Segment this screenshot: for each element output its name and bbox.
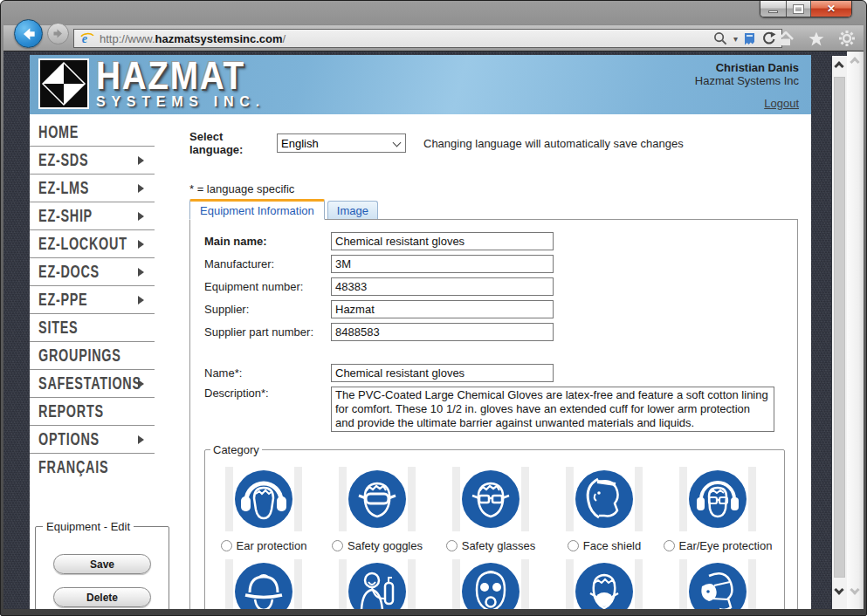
minimize-button[interactable] — [760, 1, 787, 17]
ear-eye-protection-radio[interactable] — [664, 540, 675, 551]
scroll-down-icon[interactable] — [834, 585, 843, 594]
category-fieldset: Category — [204, 443, 785, 609]
description-label: Description*: — [204, 387, 331, 400]
supplier-part-number-input[interactable] — [331, 323, 554, 341]
hazmat-logo: HAZMAT SYSTEMS INC. — [38, 58, 274, 111]
refresh-icon[interactable] — [761, 31, 776, 46]
home-icon[interactable] — [778, 31, 794, 46]
manufacturer-input[interactable] — [331, 255, 554, 273]
ear-protection-icon — [232, 468, 295, 530]
equipment-edit-panel: Equipment - Edit Save Delete — [35, 520, 169, 609]
address-bar[interactable]: e http://www.hazmatsystemsinc.com/ ▾ — [73, 29, 782, 48]
submenu-arrow-icon — [138, 296, 144, 305]
page-scrollbar[interactable] — [831, 56, 847, 609]
scroll-down-icon[interactable] — [850, 585, 859, 594]
manufacturer-label: Manufacturer: — [204, 257, 331, 270]
category-row-2 — [207, 559, 784, 609]
favorites-star-icon[interactable] — [809, 31, 824, 46]
sidebar-item-reports[interactable]: REPORTS — [30, 398, 155, 426]
equipment-number-input[interactable] — [331, 277, 554, 296]
category-row-1: Ear protection — [207, 467, 784, 552]
scba-icon — [346, 560, 409, 609]
language-select[interactable]: English — [277, 133, 406, 153]
submenu-arrow-icon — [138, 435, 144, 444]
maximize-icon — [794, 5, 803, 13]
sidebar-nav: HOME EZ-SDS EZ-LMS EZ-SHIP EZ-LOCKOUT EZ… — [30, 114, 182, 609]
equipment-information-panel: Main name: Manufacturer: Equipment numbe… — [189, 219, 798, 609]
sidebar-item-francais[interactable]: FRANÇAIS — [30, 454, 155, 482]
sidebar-item-ez-ship[interactable]: EZ-SHIP — [30, 202, 155, 230]
category-option-scba — [320, 559, 434, 609]
settings-gear-icon[interactable] — [839, 31, 855, 46]
ear-eye-protection-icon — [686, 468, 749, 530]
submenu-arrow-icon — [138, 184, 144, 193]
scroll-up-icon[interactable] — [850, 57, 859, 66]
main-name-label: Main name: — [204, 235, 331, 248]
sidebar-item-ez-ppe[interactable]: EZ-PPE — [30, 286, 155, 314]
minimize-icon — [768, 10, 778, 13]
compatibility-view-icon[interactable] — [744, 32, 755, 45]
sidebar-item-home[interactable]: HOME — [30, 119, 155, 147]
safety-goggles-icon — [346, 468, 409, 530]
back-arrow-icon — [20, 25, 38, 43]
hard-hat-icon — [232, 560, 295, 609]
title-bar[interactable]: ✕ — [0, 0, 867, 24]
browser-navbar: e http://www.hazmatsystemsinc.com/ ▾ — [3, 24, 864, 51]
sidebar-item-groupings[interactable]: GROUPINGS — [30, 342, 155, 370]
supplier-input[interactable] — [331, 300, 554, 318]
description-textarea[interactable]: The PVC-Coated Large Chemical Gloves are… — [331, 387, 774, 432]
safety-glasses-icon — [459, 468, 522, 530]
search-icon[interactable] — [713, 31, 727, 45]
logo-title: HAZMAT — [96, 58, 245, 93]
submenu-arrow-icon — [138, 240, 144, 249]
user-name: Christian Danis — [695, 61, 799, 74]
name-input[interactable] — [331, 364, 554, 382]
tab-bar: Equipment Information Image — [189, 199, 811, 219]
logo-subtitle: SYSTEMS INC. — [96, 93, 265, 111]
ear-protection-radio[interactable] — [221, 540, 232, 551]
delete-button[interactable]: Delete — [53, 587, 151, 607]
sidebar-item-safestations[interactable]: SAFESTATIONS — [30, 370, 155, 398]
submenu-arrow-icon — [138, 212, 144, 221]
sidebar-item-ez-docs[interactable]: EZ-DOCS — [30, 258, 155, 286]
equipment-edit-legend: Equipment - Edit — [43, 520, 134, 533]
safety-glasses-radio[interactable] — [446, 540, 458, 551]
tab-image[interactable]: Image — [327, 201, 378, 219]
main-name-input[interactable] — [331, 232, 554, 250]
url-text[interactable]: http://www.hazmatsystemsinc.com/ — [100, 32, 713, 45]
sidebar-item-options[interactable]: OPTIONS — [30, 426, 155, 454]
sidebar-item-ez-lockout[interactable]: EZ-LOCKOUT — [30, 230, 155, 258]
safety-goggles-radio[interactable] — [332, 540, 343, 551]
submenu-arrow-icon — [138, 380, 144, 388]
name-label: Name*: — [204, 366, 331, 380]
save-button[interactable]: Save — [53, 554, 151, 574]
dust-mask-icon — [686, 560, 749, 609]
tab-equipment-information[interactable]: Equipment Information — [189, 199, 325, 220]
face-shield-icon — [573, 468, 636, 530]
sidebar-item-ez-sds[interactable]: EZ-SDS — [30, 147, 155, 175]
back-button[interactable] — [14, 19, 43, 48]
sidebar-item-ez-lms[interactable]: EZ-LMS — [30, 175, 155, 202]
forward-button[interactable] — [47, 23, 69, 44]
category-option-safety-glasses: Safety glasses — [434, 467, 547, 552]
page-scrollbar-thumb[interactable] — [834, 77, 845, 578]
close-icon: ✕ — [827, 3, 836, 15]
maximize-button[interactable] — [787, 1, 811, 17]
sidebar-item-sites[interactable]: SITES — [30, 314, 155, 342]
supplier-label: Supplier: — [204, 303, 331, 316]
search-dropdown-icon[interactable]: ▾ — [733, 34, 738, 44]
logout-link[interactable]: Logout — [764, 97, 799, 110]
half-mask-respirator-icon — [573, 560, 636, 609]
category-option-ear-protection: Ear protection — [207, 467, 320, 552]
close-button[interactable]: ✕ — [811, 1, 851, 17]
browser-scrollbar[interactable] — [847, 51, 864, 609]
main-content: Select language: English Changing langua… — [182, 114, 811, 609]
face-shield-radio[interactable] — [568, 540, 579, 551]
web-page: HAZMAT SYSTEMS INC. Christian Danis Hazm… — [30, 55, 811, 609]
gas-mask-icon — [459, 560, 522, 609]
scroll-up-icon[interactable] — [834, 61, 843, 71]
category-option-hard-hat — [207, 559, 320, 609]
language-label: Select language: — [189, 130, 277, 156]
submenu-arrow-icon — [138, 268, 144, 277]
category-option-face-shield: Face shield — [547, 467, 661, 552]
